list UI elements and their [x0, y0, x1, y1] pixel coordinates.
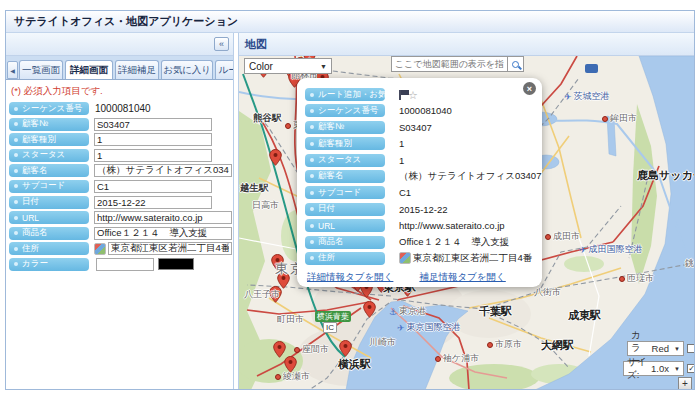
form-field-row: 住所	[9, 242, 133, 255]
map-search	[391, 56, 524, 72]
field-input[interactable]	[94, 180, 212, 193]
tab[interactable]: お気に入り	[161, 60, 213, 79]
field-input[interactable]	[94, 133, 212, 146]
field-label: サブコード	[9, 180, 89, 193]
open-detail-tab-link[interactable]: 詳細情報タブを開く	[307, 271, 393, 284]
detail-panel: « ◀ 一覧画面 詳細画面 詳細補足 お気に入り ルート ▶ (*	[6, 33, 234, 389]
bullet-icon	[310, 109, 314, 113]
field-label: シーケンス番号	[9, 102, 89, 115]
chevron-down-icon: ▼	[674, 366, 680, 372]
map-canvas[interactable]: 館林市 小山 熊谷駅 東松山 越生駅 日高市 東京都 八王子市	[239, 56, 694, 389]
popup-field-label: 日付	[305, 203, 385, 216]
city-dot-icon	[435, 356, 441, 362]
title-bar: サテライトオフィス・地図アプリケーション	[6, 11, 694, 33]
popup-field-row: 顧客種別 1	[305, 137, 534, 150]
field-input[interactable]	[94, 118, 212, 131]
geocode-icon[interactable]	[94, 243, 106, 255]
tab-bar: ◀ 一覧画面 詳細画面 詳細補足 お気に入り ルート ▶	[6, 56, 233, 80]
marker-pin-icon	[339, 340, 352, 357]
collapse-panel-button[interactable]: «	[214, 37, 229, 51]
popup-field-value: 1	[399, 155, 404, 166]
marker-color-control[interactable]: カラー: Red ▼	[627, 341, 684, 356]
field-label: スタータス	[9, 149, 89, 162]
bullet-icon	[14, 247, 18, 251]
field-input[interactable]	[94, 227, 232, 240]
form-field-row: シーケンス番号 1000081040	[9, 102, 233, 115]
map-label: 大網駅	[541, 338, 574, 353]
form-field-row: 日付	[9, 196, 127, 209]
map-label: 横浜駅	[338, 357, 371, 372]
bullet-icon	[310, 240, 314, 244]
color-swatch[interactable]	[158, 258, 194, 270]
popup-field-label: サブコード	[305, 186, 385, 199]
tab[interactable]: 一覧画面	[19, 60, 63, 79]
bullet-icon	[310, 142, 314, 146]
field-label: 顧客№	[9, 118, 89, 131]
open-supplement-tab-link[interactable]: 補足情報タブを開く	[419, 271, 505, 284]
popup-field-label: 商品名	[305, 236, 385, 249]
field-input[interactable]	[94, 196, 212, 209]
map-label: 鹿島サッカースタジアム駅	[637, 168, 694, 183]
tab-prev-button[interactable]: ◀	[7, 61, 18, 79]
app-title: サテライトオフィス・地図アプリケーション	[14, 14, 238, 29]
favorite-star-icon[interactable]: ☆	[408, 90, 418, 100]
map-label: ✈東京国際空港	[397, 321, 461, 334]
field-label: URL	[9, 211, 89, 224]
tab[interactable]: 詳細補足	[115, 60, 159, 79]
popup-fields: ルート追加・お気 ☆ シーケンス番号 1000081040	[305, 88, 534, 265]
bullet-icon	[14, 184, 18, 188]
tab[interactable]: ルート	[215, 60, 233, 79]
form-field-row: 商品名	[9, 227, 149, 240]
size-checkbox[interactable]: ✓	[687, 364, 694, 373]
popup-field-label: URL	[305, 219, 385, 232]
map-label: 越生駅	[240, 182, 269, 195]
map-color-select[interactable]: Color ▼	[244, 58, 332, 74]
route-flag-icon[interactable]	[399, 90, 401, 100]
form-field-row: URL	[9, 211, 149, 224]
field-input[interactable]	[94, 149, 212, 162]
popup-field-label: スタータス	[305, 154, 385, 167]
bullet-icon	[310, 125, 314, 129]
required-note: (*) 必須入力項目です.	[11, 85, 233, 98]
address-input[interactable]	[108, 242, 232, 255]
map-marker[interactable]	[363, 301, 376, 322]
popup-field-value: S03407	[399, 122, 432, 133]
marker-pin-icon	[269, 149, 282, 166]
marker-pin-icon	[363, 301, 376, 318]
map-label: ✈成田国際空港	[579, 243, 643, 256]
bullet-icon	[14, 231, 18, 235]
form-field-row: スタータス	[9, 149, 127, 162]
address-field	[94, 242, 232, 255]
popup-field-row: URL http://www.sateraito.co.jp	[305, 219, 534, 232]
field-label: 住所	[9, 242, 89, 255]
map-label: 袖ケ浦市	[435, 352, 479, 365]
map-label: 市原市	[487, 338, 522, 351]
zoom-in-button[interactable]: +	[678, 377, 692, 389]
popup-address-value: 東京都江東区若洲二丁目4番	[399, 252, 532, 265]
popup-field-value: 1	[399, 138, 404, 149]
popup-field-row: ルート追加・お気 ☆	[305, 88, 534, 101]
map-search-input[interactable]	[391, 56, 508, 72]
popup-field-value: C1	[399, 187, 411, 198]
field-label: 顧客種別	[9, 133, 89, 146]
map-label: 成田市	[545, 230, 580, 243]
form-field-row: 顧客名	[9, 164, 149, 177]
color-input[interactable]	[96, 258, 154, 271]
color-field	[94, 258, 194, 271]
field-input[interactable]	[94, 211, 232, 224]
tab[interactable]: 詳細画面	[65, 60, 113, 79]
map-search-button[interactable]	[508, 56, 524, 72]
app-window: サテライトオフィス・地図アプリケーション « ◀ 一覧画面 詳細画面 詳細補足 …	[5, 10, 695, 390]
bullet-icon	[310, 174, 314, 178]
field-input[interactable]	[94, 164, 232, 177]
city-dot-icon	[602, 116, 608, 122]
chevron-down-icon: ▼	[320, 63, 327, 70]
popup-field-label: ルート追加・お気	[305, 88, 385, 101]
map-marker[interactable]	[269, 149, 282, 170]
popup-field-value: （株）サテライトオフィス03407	[399, 170, 541, 183]
popup-close-button[interactable]: ×	[523, 82, 536, 95]
popup-field-value: http://www.sateraito.co.jp	[399, 220, 505, 231]
color-checkbox[interactable]	[687, 344, 694, 353]
map-label: 綾瀬市	[275, 370, 310, 383]
marker-size-control[interactable]: サイズ: 1.0x ▼	[623, 361, 684, 376]
